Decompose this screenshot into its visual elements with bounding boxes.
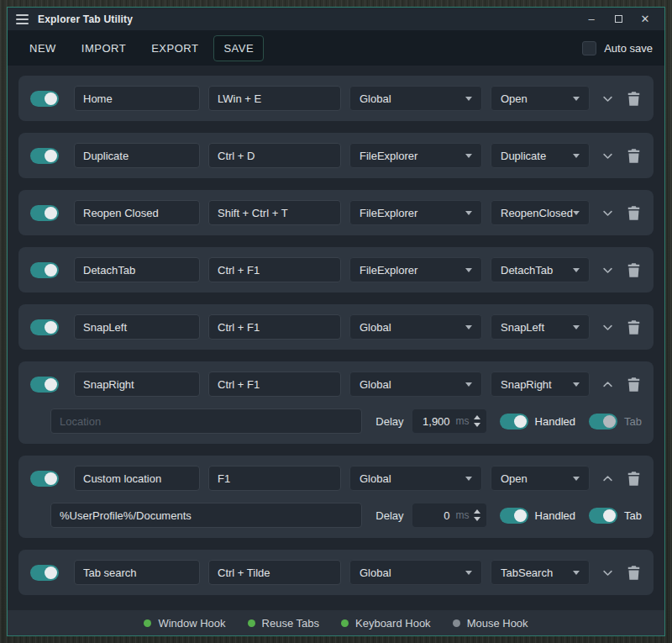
name-input[interactable]: [74, 560, 200, 585]
delay-label: Delay: [375, 415, 403, 428]
enabled-toggle[interactable]: [30, 471, 59, 487]
action-select[interactable]: ReopenClosed: [491, 200, 590, 225]
delay-label: Delay: [375, 509, 403, 522]
name-input[interactable]: [74, 257, 200, 282]
action-select[interactable]: SnapRight: [491, 372, 590, 397]
status-keyboard-hook: Keyboard Hook: [341, 617, 431, 630]
name-input[interactable]: [74, 466, 200, 491]
toggle-knob: [45, 321, 57, 334]
enabled-toggle[interactable]: [30, 148, 59, 164]
spin-up-icon[interactable]: [474, 415, 480, 419]
hotkey-input[interactable]: [208, 560, 341, 585]
hotkey-input[interactable]: [208, 314, 341, 340]
enabled-toggle[interactable]: [30, 565, 59, 581]
status-window-hook: Window Hook: [144, 617, 225, 630]
hotkey-input[interactable]: [208, 86, 341, 111]
action-value: Open: [501, 92, 528, 105]
delete-button[interactable]: [624, 469, 643, 488]
expand-button[interactable]: [598, 563, 617, 582]
collapse-button[interactable]: [598, 469, 617, 488]
delete-button[interactable]: [624, 89, 643, 108]
trash-icon: [627, 149, 640, 163]
delete-button[interactable]: [624, 375, 643, 393]
handled-group: Handled: [500, 508, 575, 524]
status-label: Reuse Tabs: [262, 617, 319, 630]
status-label: Window Hook: [158, 617, 225, 630]
chevron-down-icon: [601, 92, 614, 105]
name-input[interactable]: [74, 143, 200, 168]
spin-down-icon[interactable]: [474, 423, 480, 427]
action-select[interactable]: Open: [491, 466, 590, 491]
action-select[interactable]: Open: [491, 86, 590, 111]
tab-toggle[interactable]: [589, 414, 617, 430]
name-input[interactable]: [74, 200, 200, 225]
scope-select[interactable]: Global: [349, 560, 482, 585]
enabled-toggle[interactable]: [30, 91, 59, 107]
toggle-knob: [45, 472, 57, 485]
export-button[interactable]: EXPORT: [141, 35, 208, 61]
action-select[interactable]: Duplicate: [491, 143, 590, 168]
enabled-toggle[interactable]: [30, 205, 59, 221]
delay-input[interactable]: [418, 414, 452, 429]
menu-icon[interactable]: [16, 14, 29, 24]
spin-up-icon[interactable]: [474, 509, 480, 514]
scope-select[interactable]: FileExplorer: [349, 257, 482, 282]
new-button[interactable]: NEW: [19, 35, 66, 61]
scope-select[interactable]: FileExplorer: [349, 143, 482, 168]
trash-icon: [627, 377, 640, 392]
expand-button[interactable]: [598, 203, 617, 222]
status-label: Mouse Hook: [467, 617, 528, 630]
expand-button[interactable]: [598, 89, 617, 108]
tab-toggle[interactable]: [589, 508, 617, 524]
scope-select[interactable]: Global: [349, 314, 482, 340]
scope-select[interactable]: Global: [349, 372, 482, 397]
auto-save-checkbox[interactable]: [582, 41, 596, 55]
toggle-knob: [45, 150, 57, 162]
save-button[interactable]: SAVE: [213, 35, 264, 61]
delete-button[interactable]: [624, 146, 643, 165]
scope-select[interactable]: Global: [349, 86, 482, 111]
location-input[interactable]: [50, 408, 362, 434]
action-select[interactable]: TabSearch: [491, 560, 590, 585]
hotkey-input[interactable]: [208, 372, 341, 397]
delete-button[interactable]: [624, 563, 643, 582]
spin-down-icon[interactable]: [474, 517, 480, 521]
scope-value: FileExplorer: [360, 264, 417, 277]
name-input[interactable]: [74, 86, 200, 111]
handled-toggle[interactable]: [500, 414, 528, 430]
action-select[interactable]: DetachTab: [491, 257, 590, 282]
handled-toggle[interactable]: [500, 508, 528, 524]
delete-button[interactable]: [624, 318, 643, 336]
scope-value: Global: [360, 321, 391, 334]
hotkey-input[interactable]: [208, 466, 341, 491]
delete-button[interactable]: [624, 203, 643, 222]
enabled-toggle[interactable]: [30, 377, 59, 393]
name-input[interactable]: [74, 372, 200, 397]
action-select[interactable]: SnapLeft: [491, 314, 590, 340]
enabled-toggle[interactable]: [30, 319, 59, 335]
close-button[interactable]: ✕: [634, 11, 656, 28]
location-input[interactable]: [50, 503, 362, 528]
toggle-knob: [45, 207, 57, 219]
delete-button[interactable]: [624, 261, 643, 279]
auto-save-group: Auto save: [582, 41, 653, 55]
scope-select[interactable]: Global: [349, 466, 482, 491]
trash-icon: [627, 263, 640, 277]
expand-button[interactable]: [598, 261, 617, 279]
collapse-button[interactable]: [598, 375, 617, 393]
maximize-button[interactable]: [607, 11, 629, 28]
hotkey-input[interactable]: [208, 200, 341, 225]
hotkey-card-expanded: Global Open Delay ms: [18, 456, 654, 538]
chevron-down-icon: [573, 211, 580, 215]
import-button[interactable]: IMPORT: [71, 35, 136, 61]
enabled-toggle[interactable]: [30, 262, 59, 278]
expand-button[interactable]: [598, 318, 617, 336]
chevron-down-icon: [573, 571, 580, 575]
name-input[interactable]: [74, 314, 200, 340]
hotkey-input[interactable]: [208, 143, 341, 168]
scope-select[interactable]: FileExplorer: [349, 200, 482, 225]
expand-button[interactable]: [598, 146, 617, 165]
hotkey-input[interactable]: [208, 257, 341, 282]
minimize-button[interactable]: –: [580, 11, 602, 28]
delay-input[interactable]: [418, 509, 452, 523]
